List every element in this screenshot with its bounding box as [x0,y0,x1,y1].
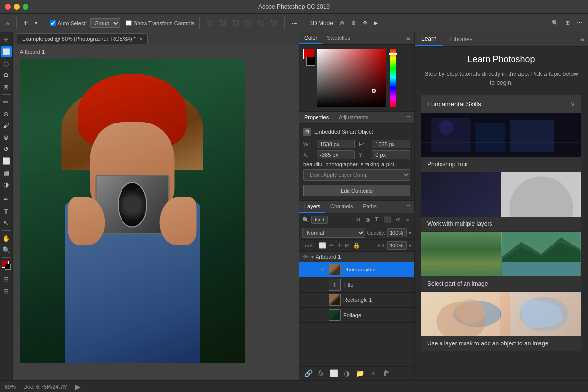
opacity-arrow[interactable]: ▾ [409,230,411,236]
hue-cursor[interactable] [389,53,397,55]
layer-photographer[interactable]: 👁 Photographer [299,262,414,277]
view-options-button[interactable]: ⊞ [564,19,572,27]
align-btn-5[interactable]: ⬛ [256,19,267,27]
align-btn-4[interactable]: ⬛ [243,19,254,27]
3d-mode-btn4[interactable]: ▶ [372,19,380,27]
gradient-tool[interactable]: ▦ [1,167,12,178]
lock-pixels-btn[interactable]: ✏ [329,242,334,249]
pen-tool[interactable]: ✒ [1,194,12,205]
opacity-input[interactable] [387,228,407,237]
color-cursor[interactable] [372,89,376,93]
3d-mode-btn1[interactable]: ◎ [338,19,346,27]
foreground-color[interactable] [1,260,12,270]
layer-add-btn[interactable]: ＋ [368,368,379,379]
tab-learn[interactable]: Learn [415,32,443,46]
layer-title[interactable]: 👁 T Title [299,277,414,293]
layer-eye-photographer[interactable]: 👁 [319,266,326,273]
section-header[interactable]: Fundamental Skills ∨ [421,95,581,113]
layer-adjust-btn[interactable]: ◑ [342,368,352,378]
dodge-tool[interactable]: ◑ [1,179,12,190]
card-photoshop-tour[interactable]: Photoshop Tour [421,113,581,172]
close-button[interactable] [5,4,11,10]
layer-eye-foliage[interactable]: 👁 [319,312,326,318]
layer-eye-rect[interactable]: 👁 [319,296,326,303]
tab-adjustments[interactable]: Adjustments [334,112,373,123]
edit-contents-button[interactable]: Edit Contents [303,185,410,196]
fill-arrow[interactable]: ▾ [409,243,411,248]
align-btn-3[interactable]: ⬛ [230,19,241,27]
card-select[interactable]: Select part of an image [421,232,581,291]
y-value[interactable]: 0 px [372,150,410,159]
eyedropper-tool[interactable]: ✏ [1,97,12,107]
align-btn-2[interactable]: ⬛ [218,19,228,27]
move-tool-button[interactable]: ✛ [22,19,30,27]
layer-group-btn[interactable]: 📁 [354,368,366,378]
w-value[interactable]: 1538 px [317,140,355,148]
settings-button[interactable]: ⋯ [575,19,584,27]
auto-select-checkbox[interactable] [50,20,56,26]
filter-adjust-btn[interactable]: ◑ [364,215,371,224]
tab-channels[interactable]: Channels [325,201,358,213]
move-tool[interactable]: ✛ [1,34,12,45]
layer-delete-btn[interactable]: 🗑 [381,368,392,378]
layer-rectangle1[interactable]: 👁 Rectangle 1 [299,293,414,308]
tab-swatches[interactable]: Swatches [322,32,355,44]
3d-mode-btn2[interactable]: ⊛ [349,19,358,27]
canvas-image-wrapper[interactable] [20,59,245,363]
maximize-button[interactable] [23,4,28,10]
search-button[interactable]: 🔍 [550,19,561,27]
canvas-tab-main[interactable]: Example.psd @ 60% (Photographer, RGB/8#)… [17,33,148,44]
layer-fx-btn[interactable]: fx [317,368,326,378]
fill-input[interactable] [387,241,407,250]
transform-controls-checkbox[interactable] [126,20,132,26]
tab-libraries[interactable]: Libraries [443,33,480,46]
filter-smart-btn[interactable]: ⊕ [394,215,402,224]
saturation-value-picker[interactable] [317,49,386,107]
screen-mode-tool[interactable]: ⊞ [1,285,12,296]
layer-comp-dropdown[interactable]: Don't Apply Layer Comp [303,169,410,181]
lock-all-btn[interactable]: 🔒 [353,242,360,249]
quick-mask-tool[interactable]: ⊟ [1,273,12,284]
layer-foliage[interactable]: 👁 Foliage [299,308,414,323]
artboard-eye[interactable]: 👁 [302,253,309,260]
move-tool-options[interactable]: ▾ [33,19,40,27]
3d-mode-btn3[interactable]: ✥ [361,19,369,27]
h-value[interactable]: 1025 px [372,140,410,148]
hue-strip[interactable] [390,49,396,107]
tab-paths[interactable]: Paths [358,201,382,213]
lasso-tool[interactable]: ◌ [1,58,12,69]
lock-transparent-btn[interactable]: ⬜ [319,242,326,249]
filter-shape-btn[interactable]: ⬛ [382,215,392,224]
hand-tool[interactable]: ✋ [1,233,12,244]
statusbar-arrow[interactable]: ▶ [75,383,81,391]
brush-tool[interactable]: 🖌 [1,120,12,131]
quick-select-tool[interactable]: ✿ [1,70,12,80]
learn-tab-menu[interactable]: ≡ [576,33,588,45]
stamp-tool[interactable]: ⊗ [1,132,12,143]
tab-properties[interactable]: Properties [299,112,334,123]
eraser-tool[interactable]: ⬜ [1,155,12,166]
blend-mode-select[interactable]: Normal [302,228,365,238]
select-tool[interactable]: ⬜ [1,46,12,57]
x-value[interactable]: -385 px [317,150,355,159]
align-btn-6[interactable]: ⬛ [269,19,279,27]
filter-toggle-btn[interactable]: ● [404,215,411,224]
artboard-group-header[interactable]: 👁 ▾ Artboard 1 [299,252,414,262]
filter-pixel-btn[interactable]: ⊞ [354,215,362,224]
type-tool[interactable]: T [1,206,12,217]
zoom-tool[interactable]: 🔍 [1,245,12,255]
home-button[interactable]: ⌂ [4,19,11,27]
tab-layers[interactable]: Layers [299,201,325,213]
history-tool[interactable]: ↺ [1,144,12,154]
spot-heal-tool[interactable]: ⊕ [1,108,12,119]
minimize-button[interactable] [14,4,20,10]
align-btn-1[interactable]: ⬛ [205,19,216,27]
card-mask[interactable]: Use a layer mask to add an object to an … [421,292,581,351]
lock-position-btn[interactable]: ✛ [337,242,342,249]
filter-kind-dropdown[interactable]: Kind [311,216,328,224]
layer-eye-title[interactable]: 👁 [319,281,326,288]
filter-type-btn[interactable]: T [373,215,380,224]
props-panel-menu[interactable]: ≡ [402,112,414,123]
more-button[interactable]: ••• [290,19,299,27]
canvas-tab-close[interactable]: ✕ [139,36,143,42]
